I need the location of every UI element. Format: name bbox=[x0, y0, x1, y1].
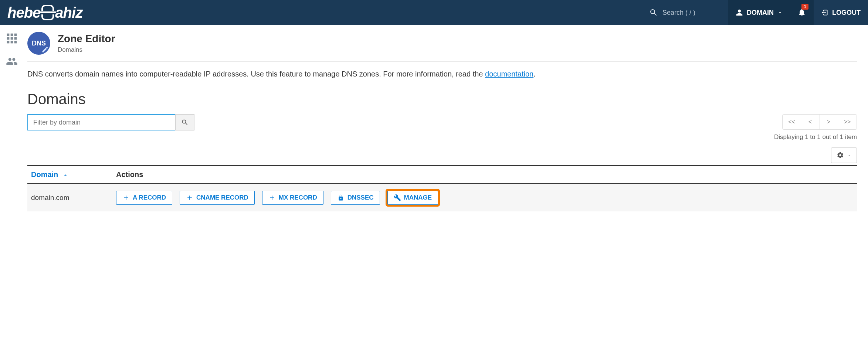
filter-group bbox=[27, 114, 194, 130]
col-domain-label: Domain bbox=[31, 170, 58, 179]
table-row: domain.com A RECORD CNAME RECORD bbox=[27, 184, 857, 211]
page-description: DNS converts domain names into computer-… bbox=[27, 62, 857, 82]
grid-icon bbox=[6, 33, 18, 44]
page-header: DNS Zone Editor Domains bbox=[27, 32, 857, 62]
notifications-badge: 1 bbox=[801, 4, 808, 10]
dnssec-button[interactable]: DNSSEC bbox=[331, 191, 380, 205]
plus-icon bbox=[268, 194, 276, 201]
dnssec-label: DNSSEC bbox=[347, 194, 374, 201]
col-domain[interactable]: Domain bbox=[27, 166, 112, 184]
pager: << < > >> bbox=[782, 114, 857, 130]
logout-label: LOGOUT bbox=[832, 9, 861, 17]
plus-icon bbox=[186, 194, 193, 201]
manage-button[interactable]: MANAGE bbox=[387, 191, 438, 205]
pager-prev[interactable]: < bbox=[801, 115, 820, 129]
a-record-label: A RECORD bbox=[133, 194, 166, 201]
topbar: hebe ahiz DOMAIN 1 LOGOUT bbox=[0, 0, 868, 25]
pager-status: Displaying 1 to 1 out of 1 item bbox=[774, 133, 857, 141]
global-search[interactable] bbox=[642, 8, 728, 17]
add-mx-record-button[interactable]: MX RECORD bbox=[262, 191, 323, 205]
svg-rect-4 bbox=[11, 37, 13, 40]
wrench-icon bbox=[394, 194, 401, 201]
desc-pre: DNS converts domain names into computer-… bbox=[27, 70, 485, 78]
cell-domain: domain.com bbox=[27, 184, 112, 211]
user-label: DOMAIN bbox=[747, 9, 774, 17]
filter-search-button[interactable] bbox=[175, 114, 194, 130]
search-icon bbox=[649, 8, 658, 17]
pager-last[interactable]: >> bbox=[838, 115, 857, 129]
col-actions-label: Actions bbox=[116, 170, 143, 179]
svg-rect-7 bbox=[11, 41, 13, 44]
page-title: Zone Editor bbox=[58, 33, 115, 45]
logo-text-left: hebe bbox=[7, 4, 40, 21]
add-cname-record-button[interactable]: CNAME RECORD bbox=[180, 191, 255, 205]
filter-input[interactable] bbox=[27, 114, 175, 130]
cname-record-label: CNAME RECORD bbox=[196, 194, 248, 201]
logo-text-right: ahiz bbox=[55, 4, 82, 21]
domains-table: Domain Actions domain.com A bbox=[27, 165, 857, 211]
table-settings-button[interactable] bbox=[831, 147, 857, 163]
pencil-icon bbox=[41, 46, 49, 53]
add-a-record-button[interactable]: A RECORD bbox=[116, 191, 172, 205]
chevron-down-icon bbox=[847, 153, 851, 157]
logout-icon bbox=[821, 9, 828, 16]
logout-button[interactable]: LOGOUT bbox=[814, 0, 868, 25]
user-menu[interactable]: DOMAIN bbox=[728, 0, 790, 25]
svg-rect-5 bbox=[14, 37, 17, 40]
sidebar-users[interactable] bbox=[4, 54, 19, 69]
users-icon bbox=[6, 55, 18, 67]
search-input[interactable] bbox=[662, 9, 722, 17]
page-subtitle: Domains bbox=[58, 46, 115, 54]
desc-post: . bbox=[533, 70, 536, 78]
section-heading: Domains bbox=[27, 91, 857, 108]
brand-logo[interactable]: hebe ahiz bbox=[7, 4, 82, 21]
main-content: DNS Zone Editor Domains DNS converts dom… bbox=[24, 25, 868, 226]
documentation-link[interactable]: documentation bbox=[485, 70, 533, 78]
manage-label: MANAGE bbox=[404, 194, 432, 201]
svg-rect-3 bbox=[7, 37, 10, 40]
pager-next[interactable]: > bbox=[820, 115, 838, 129]
gear-icon bbox=[837, 152, 844, 159]
svg-rect-6 bbox=[7, 41, 10, 44]
pager-first[interactable]: << bbox=[783, 115, 801, 129]
sidebar-apps[interactable] bbox=[4, 31, 19, 46]
sort-asc-icon bbox=[62, 172, 68, 178]
svg-rect-8 bbox=[14, 41, 17, 44]
sidebar bbox=[0, 25, 24, 226]
chevron-down-icon bbox=[777, 10, 783, 15]
dns-badge-icon: DNS bbox=[27, 32, 50, 55]
search-icon bbox=[181, 119, 189, 126]
svg-rect-1 bbox=[11, 34, 13, 36]
svg-rect-2 bbox=[14, 34, 17, 36]
col-actions: Actions bbox=[112, 166, 857, 184]
mx-record-label: MX RECORD bbox=[279, 194, 317, 201]
notifications-button[interactable]: 1 bbox=[790, 0, 814, 25]
plus-icon bbox=[122, 194, 130, 201]
brand-glyph bbox=[41, 5, 54, 20]
user-icon bbox=[736, 9, 743, 16]
svg-rect-0 bbox=[7, 34, 10, 36]
lock-icon bbox=[337, 194, 345, 201]
